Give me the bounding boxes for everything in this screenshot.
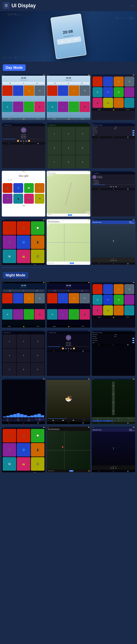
dial-7[interactable]: 7	[48, 155, 61, 168]
app-icon[interactable]: 🎵	[103, 284, 113, 294]
repeat-icon[interactable]: 🔁	[73, 348, 75, 350]
preset-btn[interactable]: POP	[34, 418, 45, 420]
dial-4[interactable]: 4	[3, 349, 16, 362]
app-icon[interactable]: 📞	[92, 284, 102, 294]
app-icon[interactable]: ⚙️	[34, 86, 45, 96]
dial-9[interactable]: 9	[31, 363, 44, 376]
play-btn[interactable]: ⏸	[23, 290, 24, 292]
google-app-icon[interactable]: 🛒	[35, 183, 44, 193]
app-icon[interactable]: 🎧	[24, 309, 34, 320]
app-icon[interactable]: 📞	[2, 293, 12, 304]
next-btn[interactable]: ⏭	[115, 186, 117, 188]
app-icon[interactable]: 📻	[114, 76, 124, 86]
google-screen[interactable]: 1:54📶🔋 Google 🔍 Search... 📺 🌐 📰 🛒 🎬 📱 📷 …	[2, 171, 46, 217]
app-icon[interactable]: 📱	[80, 102, 90, 112]
app-icon[interactable]: 📺	[58, 309, 68, 320]
prev-btn[interactable]: ⏮	[54, 82, 56, 84]
nav-btn[interactable]: ↑	[103, 418, 113, 420]
app-icon[interactable]: BT	[103, 295, 113, 305]
carplay-icon[interactable]: 🗺️	[3, 250, 16, 263]
day-app-screen[interactable]: 📶🔋 📞 🎵 📻 ⚙️ 🗺️ BT 📡 🎧 📱 📷 🔧 📺 EMAIL📻APTS	[92, 74, 135, 120]
next-video-btn[interactable]: ⏭	[73, 419, 74, 421]
speed-btn[interactable]: N	[114, 420, 124, 422]
next-btn[interactable]: ⏭	[70, 348, 72, 350]
night-bt-settings-screen[interactable]: 11:46 ⚙️Bluetooth_Settings Device name C…	[92, 330, 135, 376]
carplay-icon[interactable]: 📞	[3, 221, 16, 235]
play-btn[interactable]: ⏸	[23, 82, 24, 84]
prev-btn[interactable]: ⏮	[110, 186, 112, 188]
nav-btn[interactable]: ➡	[124, 418, 134, 420]
app-icon[interactable]: 🎧	[124, 87, 134, 97]
app-icon[interactable]: 📺	[58, 102, 68, 112]
app-icon[interactable]: 🗺️	[47, 102, 58, 112]
preset-btn[interactable]: BASS	[24, 420, 34, 422]
app-icon[interactable]: 🗺️	[2, 102, 12, 112]
toggle-auto-answer[interactable]	[132, 130, 134, 131]
next-btn[interactable]: ⏭	[26, 140, 27, 142]
bt-music-screen[interactable]: 11:46 🎵Bluetooth_Music 🎵 Music Title Mus…	[2, 122, 46, 168]
app-icon[interactable]: ⚙️	[80, 86, 90, 96]
go-button[interactable]: GO	[69, 470, 74, 472]
app-icon[interactable]: 🎵	[13, 86, 23, 96]
next-btn[interactable]: ⏭	[115, 467, 117, 469]
google-app-icon[interactable]: 🎬	[3, 194, 12, 204]
prev-video-btn[interactable]: ⏮	[52, 419, 54, 421]
app-icon[interactable]: 📞	[47, 86, 58, 96]
app-icon[interactable]: 📱	[92, 98, 102, 108]
day-home-screen-1[interactable]: 20:08📶🔋 20:08 A wishing glass of wish ⏮ …	[2, 74, 46, 120]
app-icon[interactable]: 🎧	[24, 102, 34, 112]
app-icon[interactable]: 📞	[2, 86, 12, 96]
app-icon[interactable]: 📡	[114, 295, 124, 305]
carplay-icon[interactable]: 📻	[17, 250, 30, 263]
app-icon[interactable]: 📻	[69, 293, 79, 304]
nav-btn[interactable]: ⬇	[114, 418, 124, 420]
app-icon[interactable]: 🗺️	[47, 309, 58, 320]
night-turn-nav-screen[interactable]: 18:33📶🔋 10/16 ETA 9.0 km Start onDongjue…	[92, 426, 135, 472]
carplay-screen[interactable]: 18:46📶🔋 📞 🎵 💬 🎵 🌐 📱 🗺️ 📻 🎧 18:46📶	[2, 219, 46, 265]
toggle-auto-connect[interactable]	[132, 340, 134, 341]
dial-8[interactable]: 8	[62, 155, 75, 168]
toggle-power[interactable]	[132, 134, 134, 136]
play-btn[interactable]: ⏸	[68, 290, 69, 292]
night-bt-music-screen[interactable]: 11:46 🎵Bluetooth_Music 🎵 Music Title Mus…	[46, 330, 90, 376]
play-pause-icon[interactable]: ⏸	[68, 39, 70, 42]
carplay-icon[interactable]: 🎧	[31, 250, 44, 263]
dial-6[interactable]: 6	[76, 141, 90, 155]
prev-icon[interactable]: ⏮	[61, 40, 63, 43]
night-app-screen[interactable]: 📶🔋 📞 🎵 📻 ⚙️ 🗺️ BT 📡 🎧 📱 📷 🔧 📺 EMAIL📻APTS	[92, 282, 135, 328]
prev-btn[interactable]: ⏮	[110, 467, 112, 469]
app-icon[interactable]: BT	[103, 87, 113, 97]
menu-icon[interactable]: ☰	[5, 4, 8, 8]
app-icon[interactable]: 🎵	[103, 76, 113, 86]
carplay-icon[interactable]: 📻	[17, 457, 30, 471]
app-icon[interactable]: 🗺️	[92, 295, 102, 305]
app-icon[interactable]: 🎵	[13, 293, 23, 304]
toggle-auto-answer[interactable]	[132, 338, 134, 339]
toggle-auto-connect[interactable]	[132, 132, 134, 134]
navigation-map-screen[interactable]: 15:33📶🔋 🔍 Search destination... 📍 Locati…	[46, 171, 90, 217]
dial-3[interactable]: 3	[31, 334, 44, 348]
carplay-icon[interactable]: 🌐	[17, 443, 30, 456]
prev-btn[interactable]: ⏮	[65, 348, 66, 350]
carplay-icon[interactable]: 🎵	[3, 443, 16, 456]
dial-4[interactable]: 4	[48, 141, 61, 155]
next-btn[interactable]: ⏭	[36, 290, 38, 292]
google-search-bar[interactable]: 🔍 Search...	[6, 178, 41, 181]
night-road-map-screen[interactable]: 18:33📶🔋 ^ ^ ^ ⬅	[92, 378, 135, 424]
day-home-screen-2[interactable]: 20:08📶🔋 20:08 A wishing glass of wish ⏮ …	[46, 74, 90, 120]
app-icon[interactable]: 📻	[24, 86, 34, 96]
shuffle-icon[interactable]: 🔀	[17, 140, 19, 142]
google-app-icon[interactable]: 📺	[3, 183, 12, 193]
prev-btn[interactable]: ⏮	[20, 140, 22, 142]
night-carplay-screen[interactable]: 18:46📶🔋 📞 🎵 💬 🎵 🌐 📱 🗺️ 📻 🎧 18:46📶	[2, 426, 46, 472]
app-icon[interactable]: 🔧	[114, 305, 124, 316]
app-icon[interactable]: 📻	[114, 284, 124, 294]
dial-9[interactable]: 9	[76, 155, 90, 168]
app-icon[interactable]: ⚙️	[80, 293, 90, 304]
carplay-icon[interactable]: 📞	[3, 429, 16, 442]
carplay-icon[interactable]: 💬	[31, 429, 44, 442]
go-button[interactable]: GO	[70, 262, 74, 264]
app-icon[interactable]: 🎧	[69, 309, 79, 320]
hamburger-menu-icon[interactable]: ⋯	[130, 3, 134, 8]
preset-btn[interactable]: CUST	[34, 420, 45, 422]
